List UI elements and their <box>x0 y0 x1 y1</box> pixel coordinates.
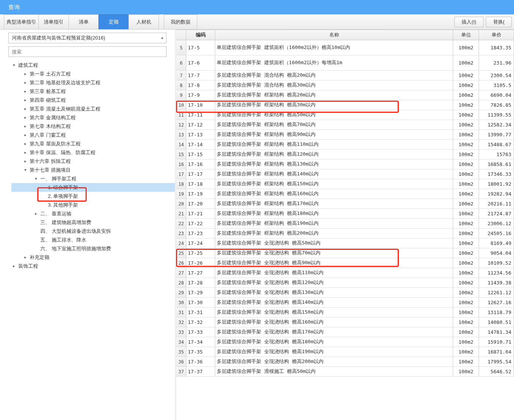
cell-unit[interactable]: 100m2 <box>453 308 479 317</box>
toggle-icon[interactable]: ▸ <box>23 141 28 146</box>
cell-price[interactable]: 3105.5 <box>479 81 514 90</box>
table-row[interactable]: 1617-16多层建筑综合脚手架 框架结构 檐高130m以内100m216858… <box>176 159 514 169</box>
cell-name[interactable]: 多层建筑综合脚手架 框架结构 檐高130m以内 <box>215 159 453 169</box>
table-row[interactable]: 3617-36多层建筑综合脚手架 全现浇结构 檐高200m以内100m21799… <box>176 357 514 367</box>
table-row[interactable]: 2117-21多层建筑综合脚手架 框架结构 檐高180m以内100m221724… <box>176 209 514 219</box>
table-row[interactable]: 3417-34多层建筑综合脚手架 全现浇结构 檐高180m以内100m21591… <box>176 337 514 347</box>
table-row[interactable]: 2717-27多层建筑综合脚手架 全现浇结构 檐高110m以内100m21123… <box>176 268 514 278</box>
cell-code[interactable]: 17-21 <box>186 209 215 218</box>
col-unit-header[interactable]: 单位 <box>453 30 479 40</box>
table-row[interactable]: 2817-28多层建筑综合脚手架 全现浇结构 檐高120m以内100m21143… <box>176 278 514 288</box>
grid-body[interactable]: 517-5单层建筑综合脚手架 建筑面积（1600m2以外）檐高10m以内100m… <box>176 40 514 420</box>
tab-2[interactable]: 清单 <box>68 14 99 29</box>
cell-name[interactable]: 多层建筑综合脚手架 全现浇结构 檐高170m以内 <box>215 327 453 337</box>
cell-price[interactable]: 231.96 <box>479 55 514 70</box>
cell-name[interactable]: 多层建筑综合脚手架 全现浇结构 檐高120m以内 <box>215 278 453 287</box>
table-row[interactable]: 1917-19多层建筑综合脚手架 框架结构 檐高160m以内100m219282… <box>176 189 514 199</box>
cell-code[interactable]: 17-20 <box>186 199 215 208</box>
cell-unit[interactable]: 100m2 <box>453 268 479 278</box>
cell-name[interactable]: 多层建筑综合脚手架 框架结构 檐高140m以内 <box>215 169 453 179</box>
tree-node[interactable]: ▸装饰工程 <box>11 262 175 270</box>
tree-node[interactable]: ▸第三章 桩基工程 <box>11 87 175 96</box>
cell-name[interactable]: 多层建筑综合脚手架 全现浇结构 檐高140m以内 <box>215 298 453 307</box>
cell-unit[interactable]: 100m2 <box>453 150 479 159</box>
cell-code[interactable]: 17-24 <box>186 238 215 248</box>
cell-price[interactable]: 5646.52 <box>479 367 514 376</box>
cell-code[interactable]: 17-15 <box>186 150 215 159</box>
table-row[interactable]: 917-9多层建筑综合脚手架 框架结构 檐高20m以内100m26690.04 <box>176 90 514 100</box>
cell-unit[interactable]: 100m2 <box>453 209 479 218</box>
cell-code[interactable]: 17-28 <box>186 278 215 287</box>
tree-node[interactable]: 3. 其他脚手架 <box>11 201 175 209</box>
tree-node[interactable]: 六、 地下室施工照明措施增加费 <box>11 244 175 253</box>
cell-code[interactable]: 17-33 <box>186 327 215 337</box>
cell-name[interactable]: 多层建筑综合脚手架 全现浇结构 檐高50m以内 <box>215 238 453 248</box>
cell-code[interactable]: 17-14 <box>186 140 215 149</box>
tree-node[interactable]: 三、 建筑物超高增加费 <box>11 218 175 227</box>
cell-name[interactable]: 多层建筑综合脚手架 框架结构 檐高70m以内 <box>215 120 453 129</box>
cell-price[interactable]: 11234.56 <box>479 268 514 278</box>
table-row[interactable]: 3717-37多层建筑综合脚手架 滑模施工 檐高50m以内100m25646.5… <box>176 367 514 377</box>
cell-price[interactable]: 14080.51 <box>479 317 514 327</box>
cell-code[interactable]: 17-27 <box>186 268 215 278</box>
cell-unit[interactable]: 100m2 <box>453 357 479 366</box>
table-row[interactable]: 1417-14多层建筑综合脚手架 框架结构 檐高110m以内100m215488… <box>176 140 514 150</box>
table-row[interactable]: 1717-17多层建筑综合脚手架 框架结构 檐高140m以内100m217346… <box>176 169 514 179</box>
cell-unit[interactable]: 100m2 <box>453 40 479 55</box>
cell-unit[interactable]: 100m2 <box>453 140 479 149</box>
table-row[interactable]: 3117-31多层建筑综合脚手架 全现浇结构 檐高150m以内100m21311… <box>176 308 514 317</box>
cell-unit[interactable]: 100m2 <box>453 189 479 199</box>
cell-name[interactable]: 多层建筑综合脚手架 全现浇结构 檐高90m以内 <box>215 258 453 268</box>
cell-code[interactable]: 17-22 <box>186 219 215 228</box>
cell-price[interactable]: 7826.85 <box>479 100 514 110</box>
tree-node[interactable]: ▸第九章 屋面及防水工程 <box>11 139 175 148</box>
toggle-icon[interactable]: ▸ <box>23 80 28 85</box>
toggle-icon[interactable]: ▸ <box>23 150 28 155</box>
col-name-header[interactable]: 名称 <box>215 30 453 40</box>
cell-name[interactable]: 多层建筑综合脚手架 框架结构 檐高20m以内 <box>215 90 453 100</box>
cell-price[interactable]: 12627.16 <box>479 298 514 307</box>
cell-price[interactable]: 21724.87 <box>479 209 514 218</box>
tree-node[interactable]: ▸第十六章 拆除工程 <box>11 157 175 166</box>
cell-unit[interactable]: 100m2 <box>453 317 479 327</box>
cell-code[interactable]: 17-16 <box>186 159 215 169</box>
cell-price[interactable]: 2300.54 <box>479 71 514 80</box>
table-row[interactable]: 1017-10多层建筑综合脚手架 框架结构 檐高30m以内100m27826.8… <box>176 100 514 110</box>
insert-button[interactable]: 插入(I) <box>454 17 483 27</box>
cell-name[interactable]: 多层建筑综合脚手架 框架结构 檐高200m以内 <box>215 229 453 238</box>
tab-0[interactable]: 典型清单指引 <box>4 14 39 29</box>
cell-code[interactable]: 17-12 <box>186 120 215 129</box>
table-row[interactable]: 517-5单层建筑综合脚手架 建筑面积（1600m2以外）檐高10m以内100m… <box>176 40 514 55</box>
cell-unit[interactable]: 100m2 <box>453 367 479 376</box>
cell-code[interactable]: 17-7 <box>186 71 215 80</box>
cell-unit[interactable]: 100m2 <box>453 169 479 179</box>
cell-code[interactable]: 17-11 <box>186 110 215 120</box>
tab-3[interactable]: 定额 <box>98 14 129 29</box>
cell-unit[interactable]: 100m2 <box>453 347 479 357</box>
cell-name[interactable]: 多层建筑综合脚手架 框架结构 檐高150m以内 <box>215 179 453 189</box>
cell-price[interactable]: 23006.12 <box>479 219 514 228</box>
cell-unit[interactable]: 100m2 <box>453 55 479 70</box>
tree-node[interactable]: ▸第一章 土石方工程 <box>11 69 175 78</box>
table-row[interactable]: 3317-33多层建筑综合脚手架 全现浇结构 檐高170m以内100m21478… <box>176 327 514 337</box>
cell-code[interactable]: 17-17 <box>186 169 215 179</box>
tree-node[interactable]: ▾第十七章 措施项目 <box>11 166 175 174</box>
cell-code[interactable]: 17-8 <box>186 81 215 90</box>
table-row[interactable]: 3017-30多层建筑综合脚手架 全现浇结构 檐高140m以内100m21262… <box>176 298 514 308</box>
cell-price[interactable]: 11399.55 <box>479 110 514 120</box>
cell-unit[interactable]: 100m2 <box>453 110 479 120</box>
cell-name[interactable]: 多层建筑综合脚手架 全现浇结构 檐高200m以内 <box>215 357 453 366</box>
cell-code[interactable]: 17-36 <box>186 357 215 366</box>
cell-code[interactable]: 17-37 <box>186 367 215 376</box>
cell-name[interactable]: 多层建筑综合脚手架 全现浇结构 檐高160m以内 <box>215 317 453 327</box>
toggle-icon[interactable]: ▸ <box>23 133 28 137</box>
cell-unit[interactable]: 100m2 <box>453 199 479 208</box>
cell-price[interactable]: 10109.52 <box>479 258 514 268</box>
toggle-icon[interactable]: ▸ <box>23 124 28 129</box>
cell-unit[interactable]: 100m2 <box>453 327 479 337</box>
tree-node[interactable]: ▸第五章 混凝土及钢筋混凝土工程 <box>11 104 175 113</box>
cell-price[interactable]: 18001.92 <box>479 179 514 189</box>
cell-price[interactable]: 17995.54 <box>479 357 514 366</box>
toggle-icon[interactable]: ▾ <box>11 63 17 68</box>
cell-code[interactable]: 17-19 <box>186 189 215 199</box>
